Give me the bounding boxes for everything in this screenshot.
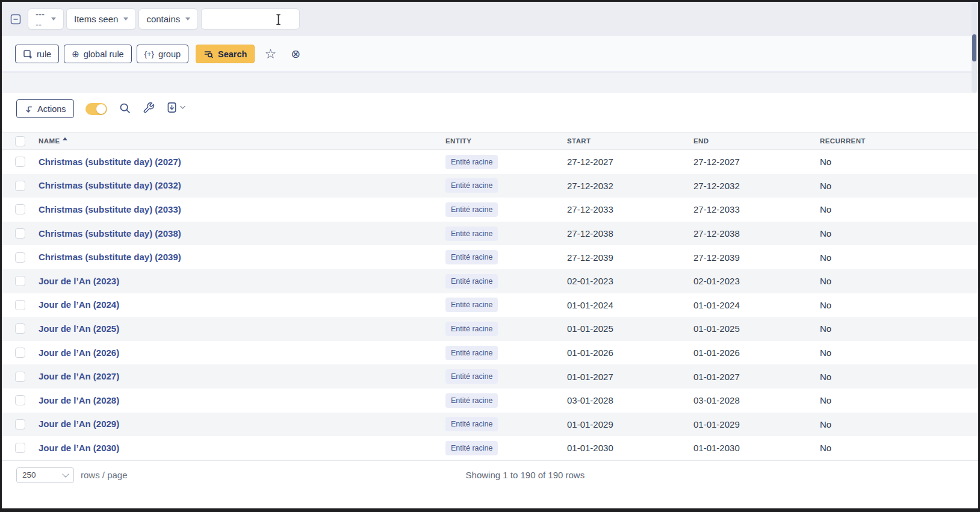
row-start-date: 27-12-2027 <box>567 157 693 167</box>
row-end-date: 27-12-2027 <box>693 157 820 167</box>
column-header-start[interactable]: START <box>567 137 693 145</box>
table-row: Christmas (substitute day) (2038)Entité … <box>2 222 978 246</box>
row-name-link[interactable]: Christmas (substitute day) (2039) <box>39 252 181 262</box>
row-name-link[interactable]: Christmas (substitute day) (2032) <box>39 180 181 190</box>
filter-field-value: ----- <box>36 9 46 30</box>
row-start-date: 02-01-2023 <box>567 276 693 286</box>
row-checkbox[interactable] <box>15 300 25 310</box>
entity-badge: Entité racine <box>445 441 498 455</box>
row-checkbox[interactable] <box>15 181 25 191</box>
filter-attribute-select[interactable]: Items seen <box>66 8 136 30</box>
row-name-link[interactable]: Jour de l’An (2029) <box>39 419 119 429</box>
chevron-down-icon <box>180 105 185 110</box>
clear-filters-button[interactable]: ⊗ <box>286 48 305 60</box>
search-button[interactable]: Search <box>196 45 255 63</box>
add-group-button[interactable]: {+} group <box>137 45 188 63</box>
row-checkbox[interactable] <box>15 323 25 334</box>
settings-button[interactable] <box>143 102 155 114</box>
table-footer: 250 rows / page Showing 1 to 190 of 190 … <box>2 460 978 508</box>
table-row: Jour de l’An (2026)Entité racine01-01-20… <box>2 341 978 365</box>
row-recurrent: No <box>820 204 978 214</box>
filter-row: ----- Items seen contains <box>2 2 978 36</box>
row-end-date: 01-01-2024 <box>693 300 820 310</box>
row-checkbox[interactable] <box>15 228 25 239</box>
add-rule-button[interactable]: rule <box>15 45 59 63</box>
row-checkbox[interactable] <box>15 419 25 429</box>
search-filter-icon <box>203 49 214 59</box>
row-end-date: 27-12-2038 <box>693 228 820 239</box>
row-start-date: 27-12-2032 <box>567 181 693 191</box>
scrollbar-track <box>972 3 977 93</box>
scrollbar-thumb[interactable] <box>972 34 976 61</box>
row-start-date: 01-01-2025 <box>567 323 693 334</box>
column-header-recurrent[interactable]: RECURRENT <box>820 137 978 145</box>
row-name-link[interactable]: Christmas (substitute day) (2027) <box>39 157 181 167</box>
entity-badge: Entité racine <box>445 322 498 336</box>
row-name-link[interactable]: Jour de l’An (2030) <box>39 443 119 453</box>
row-start-date: 27-12-2033 <box>567 204 693 214</box>
action-buttons-row: rule ⊕ global rule {+} group Search ☆ <box>2 36 978 72</box>
row-end-date: 27-12-2039 <box>693 252 820 263</box>
minus-square-icon <box>10 14 21 25</box>
actions-button[interactable]: Actions <box>16 99 74 118</box>
table-row: Jour de l’An (2027)Entité racine01-01-20… <box>2 364 978 389</box>
row-end-date: 02-01-2023 <box>693 276 820 286</box>
table-row: Jour de l’An (2028)Entité racine03-01-20… <box>2 389 978 413</box>
row-recurrent: No <box>820 372 978 382</box>
row-name-link[interactable]: Christmas (substitute day) (2038) <box>39 228 181 239</box>
table-row: Christmas (substitute day) (2032)Entité … <box>2 174 978 198</box>
favorite-button[interactable]: ☆ <box>259 48 281 61</box>
filter-operator-select[interactable]: contains <box>138 8 198 30</box>
sort-asc-icon <box>63 137 67 140</box>
export-button[interactable] <box>166 102 185 113</box>
row-checkbox[interactable] <box>15 395 25 405</box>
row-checkbox[interactable] <box>15 276 25 286</box>
row-end-date: 01-01-2025 <box>693 323 820 334</box>
filter-value-input[interactable] <box>202 9 299 29</box>
entity-badge: Entité racine <box>445 393 498 408</box>
column-header-name[interactable]: NAME <box>25 137 445 145</box>
row-start-date: 01-01-2029 <box>567 419 693 429</box>
row-name-link[interactable]: Jour de l’An (2027) <box>39 371 119 381</box>
row-checkbox[interactable] <box>15 443 25 453</box>
table-row: Christmas (substitute day) (2033)Entité … <box>2 198 978 222</box>
filter-attribute-value: Items seen <box>74 14 118 24</box>
add-rule-label: rule <box>37 49 51 59</box>
group-braces-icon: {+} <box>144 50 154 58</box>
table-row: Christmas (substitute day) (2027)Entité … <box>2 150 978 174</box>
row-checkbox[interactable] <box>15 157 25 167</box>
table-toolbar: Actions <box>2 93 978 132</box>
row-name-link[interactable]: Jour de l’An (2024) <box>39 299 119 310</box>
add-rule-icon <box>23 49 33 59</box>
add-global-rule-button[interactable]: ⊕ global rule <box>64 45 132 63</box>
filter-field-select[interactable]: ----- <box>28 8 64 30</box>
add-group-label: group <box>158 49 181 59</box>
row-checkbox[interactable] <box>15 348 25 358</box>
row-name-link[interactable]: Jour de l’An (2025) <box>39 323 119 334</box>
page-size-select[interactable]: 250 <box>16 467 74 483</box>
row-name-link[interactable]: Jour de l’An (2023) <box>39 276 119 286</box>
row-recurrent: No <box>820 443 978 453</box>
table-row: Jour de l’An (2023)Entité racine02-01-20… <box>2 269 978 293</box>
column-header-entity[interactable]: ENTITY <box>445 137 567 145</box>
row-end-date: 27-12-2033 <box>693 204 820 214</box>
row-checkbox[interactable] <box>15 372 25 382</box>
circled-x-icon: ⊗ <box>291 48 300 60</box>
row-checkbox[interactable] <box>15 204 25 214</box>
row-start-date: 01-01-2024 <box>567 300 693 310</box>
actions-label: Actions <box>37 104 66 114</box>
row-checkbox[interactable] <box>15 252 25 263</box>
collapse-filter-button[interactable] <box>10 13 22 25</box>
filter-toggle[interactable] <box>85 103 107 115</box>
row-recurrent: No <box>820 419 978 429</box>
quick-search-button[interactable] <box>119 102 131 114</box>
entity-badge: Entité racine <box>445 417 498 431</box>
column-header-end[interactable]: END <box>693 137 820 145</box>
select-all-checkbox[interactable] <box>15 136 25 146</box>
row-name-link[interactable]: Christmas (substitute day) (2033) <box>39 204 181 214</box>
filter-value-field <box>201 8 300 30</box>
table-header: NAME ENTITY START END RECURRENT <box>2 132 978 150</box>
row-name-link[interactable]: Jour de l’An (2028) <box>39 395 119 405</box>
row-name-link[interactable]: Jour de l’An (2026) <box>39 348 119 358</box>
entity-badge: Entité racine <box>445 369 498 384</box>
